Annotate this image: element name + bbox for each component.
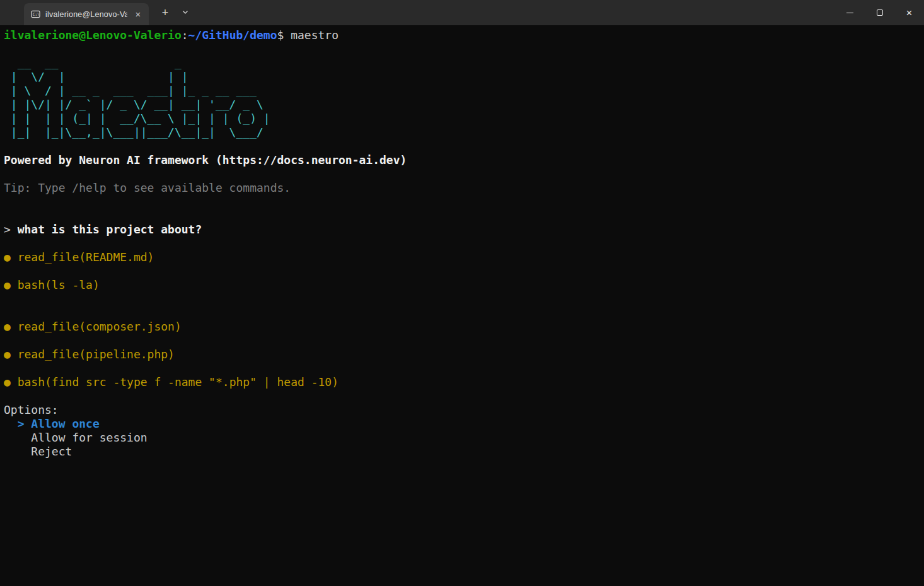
terminal-app-icon: C:\ bbox=[31, 9, 40, 19]
option-text: Reject bbox=[31, 445, 72, 458]
svg-text:C:\: C:\ bbox=[33, 12, 40, 16]
prompt-user: ilvalerione@Lenovo-Valerio bbox=[4, 28, 182, 42]
minimize-icon bbox=[846, 13, 853, 13]
close-button[interactable]: × bbox=[894, 0, 924, 25]
tool-bullet-icon: ● bbox=[4, 375, 18, 389]
selection-cursor: > bbox=[4, 417, 31, 430]
prompt-line: ilvalerione@Lenovo-Valerio:~/GitHub/demo… bbox=[4, 28, 920, 42]
prompt-path: ~/GitHub/demo bbox=[188, 28, 277, 42]
titlebar: C:\ ilvalerione@Lenovo-Valerio: ~ × + × bbox=[0, 0, 924, 25]
minimize-button[interactable] bbox=[835, 0, 865, 25]
option-allow-for-session[interactable]: Allow for session bbox=[4, 431, 920, 445]
option-indent bbox=[4, 445, 31, 458]
tool-call-text: bash(ls -la) bbox=[18, 278, 100, 291]
option-allow-once[interactable]: > Allow once bbox=[4, 417, 920, 431]
tab-title: ilvalerione@Lenovo-Valerio: ~ bbox=[45, 10, 127, 19]
terminal-body[interactable]: ilvalerione@Lenovo-Valerio:~/GitHub/demo… bbox=[0, 25, 924, 459]
titlebar-drag-area bbox=[195, 0, 835, 25]
maximize-icon bbox=[877, 9, 883, 16]
ascii-banner-line: | \/ | | | bbox=[4, 70, 920, 84]
tool-call-line: ● read_file(README.md) bbox=[4, 250, 920, 264]
tool-call-text: bash(find src -type f -name "*.php" | he… bbox=[18, 375, 338, 389]
tab-close-icon[interactable]: × bbox=[132, 9, 144, 20]
typed-command: maestro bbox=[284, 28, 338, 42]
ascii-banner-line: | |\/| |/ _` |/ _ \/ __| __| '__/ _ \ bbox=[4, 98, 920, 112]
terminal-window: C:\ ilvalerione@Lenovo-Valerio: ~ × + × … bbox=[0, 0, 924, 586]
tool-call-text: read_file(pipeline.php) bbox=[18, 348, 175, 361]
ascii-banner-line: __ __ _ bbox=[4, 56, 920, 70]
query-text: what is this project about? bbox=[18, 223, 202, 236]
query-prefix: > bbox=[4, 223, 18, 236]
prompt-dollar: $ bbox=[277, 28, 284, 42]
ascii-banner-line: | \ / | __ _ ___ ___| |_ _ __ ___ bbox=[4, 84, 920, 98]
tool-call-line: ● bash(ls -la) bbox=[4, 278, 920, 292]
tip-text: Tip: Type /help to see available command… bbox=[4, 181, 920, 195]
new-tab-button[interactable]: + bbox=[155, 0, 175, 25]
tool-call-text: read_file(composer.json) bbox=[18, 320, 182, 333]
terminal-tab[interactable]: C:\ ilvalerione@Lenovo-Valerio: ~ × bbox=[24, 3, 149, 25]
ascii-banner-line: |_| |_|\__,_|\___||___/\__|_| \___/ bbox=[4, 126, 920, 139]
prompt-separator: : bbox=[182, 28, 188, 42]
options-label: Options: bbox=[4, 403, 920, 417]
tool-call-line: ● bash(find src -type f -name "*.php" | … bbox=[4, 375, 920, 389]
user-query-line: > what is this project about? bbox=[4, 223, 920, 237]
tool-bullet-icon: ● bbox=[4, 348, 18, 361]
option-text: Allow for session bbox=[31, 431, 147, 444]
close-icon: × bbox=[906, 8, 913, 18]
tool-call-line: ● read_file(composer.json) bbox=[4, 320, 920, 334]
chevron-down-icon bbox=[182, 7, 189, 18]
tool-call-line: ● read_file(pipeline.php) bbox=[4, 348, 920, 361]
tool-call-text: read_file(README.md) bbox=[18, 250, 154, 264]
tool-bullet-icon: ● bbox=[4, 320, 18, 333]
option-indent bbox=[4, 431, 31, 444]
tab-dropdown-button[interactable] bbox=[175, 0, 195, 25]
tool-bullet-icon: ● bbox=[4, 278, 18, 291]
ascii-banner-line: | | | | (_| | __/\__ \ |_| | | (_) | bbox=[4, 112, 920, 126]
option-reject[interactable]: Reject bbox=[4, 445, 920, 459]
maximize-button[interactable] bbox=[865, 0, 894, 25]
powered-by-text: Powered by Neuron AI framework (https://… bbox=[4, 153, 920, 167]
option-text: Allow once bbox=[31, 417, 99, 430]
tool-bullet-icon: ● bbox=[4, 250, 18, 264]
